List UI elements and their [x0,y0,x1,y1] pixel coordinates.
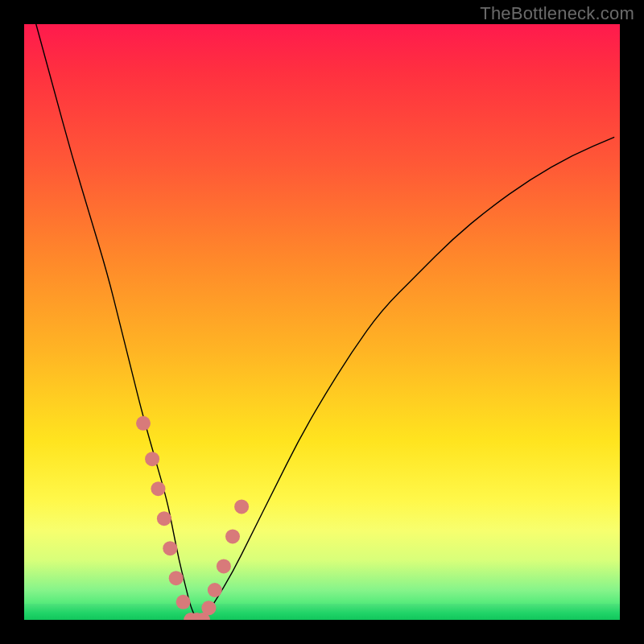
chart-overlay [24,24,620,620]
bottleneck-curve [36,24,614,620]
watermark-text: TheBottleneck.com [480,3,634,24]
chart-stage: TheBottleneck.com [0,0,644,644]
sample-dot [163,541,177,555]
sample-dot [136,416,151,431]
sample-dots-group [136,416,249,620]
sample-dot [169,571,184,585]
sample-dot [157,511,171,526]
sample-dot [151,481,166,496]
sample-dot [176,595,191,609]
sample-dot [234,499,249,514]
sample-dot [208,583,222,597]
sample-dot [145,452,159,466]
sample-dot [225,529,240,543]
sample-dot [217,559,231,573]
plot-area [24,24,620,620]
sample-dot [201,601,216,615]
